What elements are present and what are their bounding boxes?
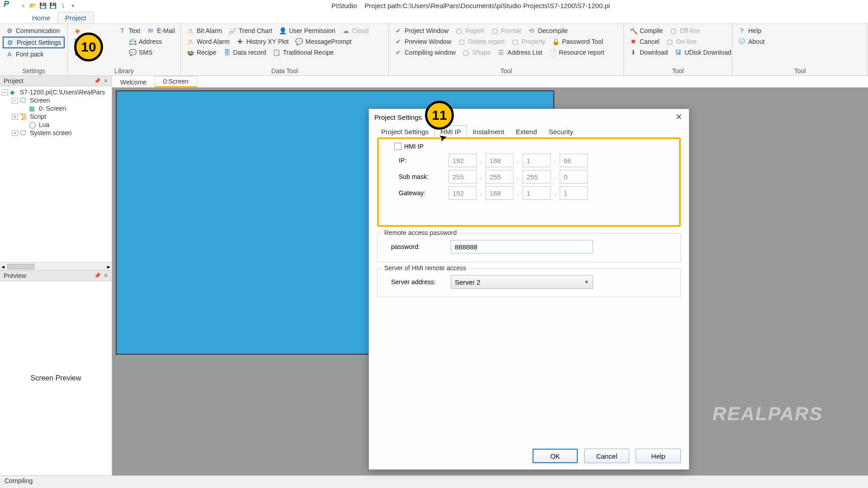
tree-screen[interactable]: −🖵Screen — [2, 96, 110, 104]
ip-octet-1[interactable] — [448, 154, 476, 167]
address-button[interactable]: 📇Address — [126, 37, 165, 47]
address-list-button[interactable]: ☰Address List — [494, 47, 545, 57]
tree-script[interactable]: +📜Script — [2, 113, 110, 121]
bit-alarm-button[interactable]: ⚠Bit Alarm — [184, 26, 225, 36]
lock-icon: 🔒 — [552, 38, 560, 46]
dialog-close-button[interactable]: ✕ — [674, 112, 684, 122]
cloud-button[interactable]: ☁Cloud — [339, 26, 372, 36]
dlg-tab-instalment[interactable]: Instalment — [467, 125, 510, 138]
scroll-thumb[interactable] — [7, 264, 34, 269]
dlg-tab-security[interactable]: Security — [543, 125, 579, 138]
preview-panel-title: Preview — [4, 272, 26, 279]
project-window-button[interactable]: ✔Project Window — [392, 26, 451, 36]
project-tree[interactable]: −◆S7-1200.pi(C:\Users\RealPars −🖵Screen … — [0, 86, 112, 262]
font-pack-button[interactable]: AFont pack — [3, 49, 65, 59]
group-label-datatool: Data Tool — [184, 66, 386, 75]
qat-save-icon[interactable]: 💾 — [39, 2, 47, 10]
property-button[interactable]: ▢Property — [508, 37, 548, 47]
dialog-buttons: OK Cancel Help — [369, 442, 689, 469]
ip-octet-4[interactable] — [560, 154, 588, 167]
gw-octet-3[interactable] — [523, 186, 551, 200]
app-name: PIStudio — [331, 2, 357, 9]
communication-button[interactable]: ⚙Communication — [3, 26, 65, 36]
traditional-recipe-button[interactable]: 📋Traditional Recipe — [270, 47, 336, 57]
decompile-button[interactable]: ⟲Decompile — [525, 26, 571, 36]
sms-button[interactable]: 💬SMS — [126, 47, 155, 57]
qat-more-icon[interactable]: ▾ — [69, 2, 77, 10]
report-button[interactable]: ▢Report — [452, 26, 487, 36]
mask-octet-2[interactable] — [486, 170, 514, 183]
ip-octet-3[interactable] — [523, 154, 551, 167]
compiling-window-button[interactable]: ✔Compiling window — [392, 47, 458, 57]
history-xy-button[interactable]: ✚History XY Plot — [233, 37, 292, 47]
close-icon[interactable]: ✕ — [104, 78, 108, 84]
dlg-tab-project-settings[interactable]: Project Settings — [375, 125, 434, 138]
project-settings-button[interactable]: ⚙Project Settings — [3, 37, 65, 48]
mask-octet-1[interactable] — [448, 170, 476, 183]
pin-icon[interactable]: 📌 — [94, 78, 101, 84]
hmi-ip-checkbox[interactable] — [394, 143, 401, 150]
tab-project[interactable]: Project — [57, 12, 94, 23]
data-record-button[interactable]: 🗄Data record — [220, 47, 269, 57]
close-icon[interactable]: ✕ — [104, 272, 108, 279]
tree-system-screen[interactable]: +🖵System screen — [2, 129, 110, 137]
resource-report-button[interactable]: 📄Resource report — [546, 47, 607, 57]
ok-button[interactable]: OK — [533, 449, 578, 463]
password-input[interactable] — [451, 240, 593, 253]
tree-root[interactable]: −◆S7-1200.pi(C:\Users\RealPars — [2, 88, 110, 96]
tree-hscroll[interactable]: ◂▸ — [0, 262, 112, 270]
delete-report-button[interactable]: ▢Delete report — [455, 37, 507, 47]
alarm-icon: ⚠ — [186, 38, 194, 46]
compile-button[interactable]: 🔨Compile — [627, 26, 665, 36]
group-label-tool2: Tool — [627, 66, 729, 75]
left-panel: Project 📌✕ −◆S7-1200.pi(C:\Users\RealPar… — [0, 76, 112, 475]
help-dialog-button[interactable]: Help — [636, 449, 681, 463]
gw-octet-1[interactable] — [448, 186, 476, 200]
recipe-button[interactable]: 🍲Recipe — [184, 47, 219, 57]
report-icon: ▢ — [455, 27, 463, 35]
delete-icon: ▢ — [458, 38, 466, 46]
server-combo[interactable]: Server 2 ▼ — [451, 275, 593, 289]
gw-octet-4[interactable] — [560, 186, 588, 200]
qat-close-icon[interactable]: ⤵ — [59, 2, 67, 10]
cancel-compile-button[interactable]: ✖Cancel — [627, 37, 662, 47]
help-button[interactable]: ?Help — [735, 26, 865, 36]
preview-body: Screen Preview — [0, 281, 112, 475]
document-tabs: Welcome 0:Screen — [112, 76, 868, 88]
dialog-title: Project Settings — [374, 113, 422, 121]
cancel-button[interactable]: Cancel — [584, 449, 629, 463]
tree-lua[interactable]: ◯Lua — [2, 121, 110, 129]
user-permission-button[interactable]: 👤User Permission — [276, 26, 338, 36]
text-button[interactable]: TText — [116, 26, 143, 36]
mask-octet-4[interactable] — [560, 170, 588, 183]
scroll-left-icon[interactable]: ◂ — [1, 263, 5, 270]
mask-octet-3[interactable] — [523, 170, 551, 183]
dialog-tabs: Project Settings HMI IP Instalment Exten… — [369, 125, 689, 138]
email-button[interactable]: ✉E-Mail — [144, 26, 178, 36]
gw-octet-2[interactable] — [486, 186, 514, 200]
doc-tab-welcome[interactable]: Welcome — [112, 77, 155, 87]
ip-octet-2[interactable] — [486, 154, 514, 167]
doc-tab-screen0[interactable]: 0:Screen — [155, 76, 197, 87]
message-prompt-button[interactable]: 💬MessagePrompt — [292, 37, 354, 47]
about-button[interactable]: ⓘAbout — [735, 37, 865, 47]
dlg-tab-extend[interactable]: Extend — [510, 125, 543, 138]
scroll-right-icon[interactable]: ▸ — [107, 263, 110, 270]
tab-home[interactable]: Home — [25, 12, 57, 23]
qat-open-icon[interactable]: 📂 — [29, 2, 37, 10]
preview-window-button[interactable]: ✔Preview Window — [392, 37, 454, 47]
pin-icon[interactable]: 📌 — [94, 272, 101, 279]
chevron-down-icon: ▼ — [584, 279, 589, 285]
offline-button[interactable]: ▢Off-line — [666, 26, 703, 36]
download-button[interactable]: ⬇Download — [627, 47, 670, 57]
word-alarm-button[interactable]: ⚠Word Alarm — [184, 37, 232, 47]
online-button[interactable]: ▢On-line — [663, 37, 699, 47]
format-button[interactable]: ▢Format — [488, 26, 524, 36]
password-tool-button[interactable]: 🔒Password Tool — [549, 37, 606, 47]
tree-screen0[interactable]: ▦0: Screen — [2, 104, 110, 113]
udisk-download-button[interactable]: 🖫UDisk Download — [671, 47, 734, 57]
qat-saveall-icon[interactable]: 💾 — [49, 2, 57, 10]
shape-button[interactable]: ▢Shape — [459, 47, 493, 57]
qat-new-icon[interactable]: ＋ — [19, 2, 27, 10]
trend-chart-button[interactable]: 📈Trend Chart — [226, 26, 275, 36]
